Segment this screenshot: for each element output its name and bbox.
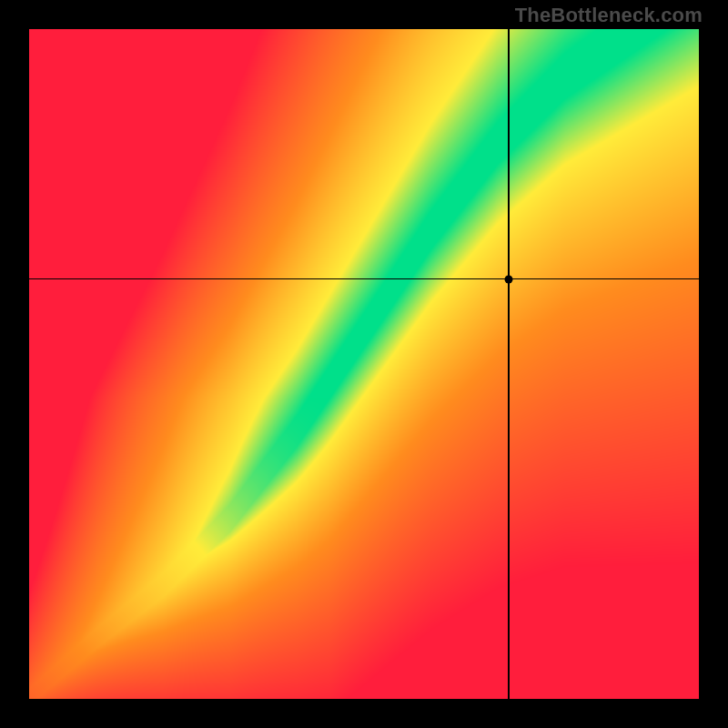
crosshair-horizontal	[29, 278, 699, 279]
attribution-text: TheBottleneck.com	[515, 4, 703, 27]
chart-stage: TheBottleneck.com	[0, 0, 728, 728]
heatmap-plot	[29, 29, 699, 699]
selected-point-marker	[504, 275, 512, 283]
crosshair-vertical	[508, 29, 509, 699]
heatmap-canvas	[29, 29, 699, 699]
